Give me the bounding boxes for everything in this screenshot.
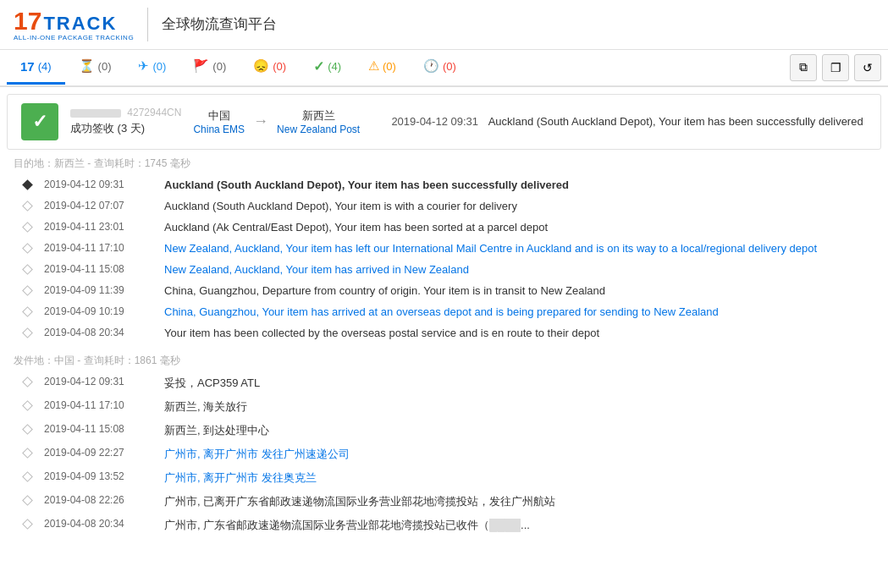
nav-tabs: 17 (4) ⏳ (0) ✈ (0) 🚩 (0) 😞 (0) ✓ (4) ⚠ (… xyxy=(0,50,888,87)
event-row-4: 2019-04-11 17:10 New Zealand, Auckland, … xyxy=(20,238,874,259)
sender-event-row-4: 2019-04-09 22:27 广州市, 离开广州市 发往广州速递公司 xyxy=(20,442,874,466)
tab-transit-count: (0) xyxy=(152,60,166,73)
sender-event-desc-7: 广州市, 广东省邮政速递物流国际业务营业部花地湾揽投站已收件（████... xyxy=(164,518,530,533)
tab-failed-icon: 😞 xyxy=(253,58,269,74)
event-desc-1: Auckland (South Auckland Depot), Your it… xyxy=(164,179,569,191)
tab-pending-icon: ⏳ xyxy=(79,58,95,74)
header: 17 TRACK ALL-IN-ONE PACKAGE TRACKING 全球物… xyxy=(0,0,888,50)
sender-event-icon-1 xyxy=(20,378,34,386)
status-badge: ✓ xyxy=(21,103,58,140)
action-refresh-btn[interactable]: ↺ xyxy=(854,54,881,81)
tab-all[interactable]: 17 (4) xyxy=(7,51,65,85)
action-copy-btn[interactable]: ⧉ xyxy=(790,54,817,81)
pkg-latest-msg: Auckland (South Auckland Depot), Your it… xyxy=(488,115,863,128)
pkg-origin-label: 中国 xyxy=(208,108,230,124)
pkg-dest-carrier: New Zealand Post xyxy=(277,124,360,135)
sender-event-time-6: 2019-04-08 22:26 xyxy=(44,494,154,506)
tab-pending-count: (0) xyxy=(98,60,112,73)
package-card: ✓ 4272944CN 成功签收 (3 天) 中国 China EMS → 新西… xyxy=(7,94,881,150)
logo-17: 17 xyxy=(14,7,41,35)
logo-box: 17 TRACK ALL-IN-ONE PACKAGE TRACKING xyxy=(14,7,134,42)
sender-event-time-7: 2019-04-08 20:34 xyxy=(44,518,154,530)
logo-area: 17 TRACK ALL-IN-ONE PACKAGE TRACKING xyxy=(14,7,134,42)
header-title: 全球物流查询平台 xyxy=(162,14,277,34)
tab-delivered-icon: ✓ xyxy=(313,58,324,74)
event-row-3: 2019-04-11 23:01 Auckland (Ak Central/Ea… xyxy=(20,217,874,238)
tab-all-count: (4) xyxy=(38,60,52,73)
action-view-btn[interactable]: ❐ xyxy=(822,54,849,81)
sender-event-time-5: 2019-04-09 13:52 xyxy=(44,470,154,482)
sender-event-desc-4: 广州市, 离开广州市 发往广州速递公司 xyxy=(164,447,350,462)
tab-exception[interactable]: 🚩 (0) xyxy=(179,50,240,85)
pkg-status-text: 成功签收 (3 天) xyxy=(70,121,181,136)
pkg-origin-carrier: China EMS xyxy=(193,124,245,135)
tab-all-icon: 17 xyxy=(20,59,35,74)
event-icon-3 xyxy=(20,223,34,231)
event-time-5: 2019-04-11 15:08 xyxy=(44,263,154,275)
logo-divider xyxy=(147,8,148,41)
dest-info-label: 目的地：新西兰 - 查询耗时：1745 毫秒 xyxy=(14,157,190,169)
event-icon-8 xyxy=(20,329,34,337)
nav-actions: ⧉ ❐ ↺ xyxy=(790,54,881,81)
event-time-8: 2019-04-08 20:34 xyxy=(44,327,154,338)
logo-track: TRACK xyxy=(43,14,117,34)
sender-event-time-3: 2019-04-11 15:08 xyxy=(44,423,154,435)
sender-event-icon-5 xyxy=(20,473,34,481)
event-desc-2: Auckland (South Auckland Depot), Your it… xyxy=(164,200,517,212)
sender-info: 发件地：中国 - 查询耗时：1861 毫秒 xyxy=(0,349,888,370)
event-time-6: 2019-04-09 11:39 xyxy=(44,284,154,296)
dest-events: 2019-04-12 09:31 Auckland (South Aucklan… xyxy=(0,173,888,349)
sender-event-icon-2 xyxy=(20,402,34,409)
tab-pending[interactable]: ⏳ (0) xyxy=(65,50,125,85)
event-desc-5: New Zealand, Auckland, Your item has arr… xyxy=(164,263,469,276)
pkg-dest-label: 新西兰 xyxy=(302,108,335,124)
event-row-5: 2019-04-11 15:08 New Zealand, Auckland, … xyxy=(20,259,874,280)
dest-info: 目的地：新西兰 - 查询耗时：1745 毫秒 xyxy=(0,153,888,173)
event-time-1: 2019-04-12 09:31 xyxy=(44,179,154,190)
sender-event-desc-1: 妥投，ACP359 ATL xyxy=(164,376,260,391)
event-icon-5 xyxy=(20,266,34,273)
event-desc-4: New Zealand, Auckland, Your item has lef… xyxy=(164,242,817,255)
sender-event-row-7: 2019-04-08 20:34 广州市, 广东省邮政速递物流国际业务营业部花地… xyxy=(20,514,874,537)
tab-exception-icon: 🚩 xyxy=(193,58,209,74)
sender-info-label: 发件地：中国 - 查询耗时：1861 毫秒 xyxy=(14,354,180,366)
tab-expired-count: (0) xyxy=(443,60,456,73)
event-row-8: 2019-04-08 20:34 Your item has been coll… xyxy=(20,322,874,343)
event-time-7: 2019-04-09 10:19 xyxy=(44,305,154,317)
pkg-latest-time: 2019-04-12 09:31 xyxy=(391,115,478,128)
event-row-7: 2019-04-09 10:19 China, Guangzhou, Your … xyxy=(20,301,874,322)
event-time-4: 2019-04-11 17:10 xyxy=(44,242,154,254)
event-desc-8: Your item has been collected by the over… xyxy=(164,327,599,339)
tab-transit[interactable]: ✈ (0) xyxy=(124,50,179,85)
event-icon-1 xyxy=(20,181,34,189)
tab-failed[interactable]: 😞 (0) xyxy=(240,50,300,85)
sender-event-row-5: 2019-04-09 13:52 广州市, 离开广州市 发往奥克兰 xyxy=(20,466,874,490)
event-row-6: 2019-04-09 11:39 China, Guangzhou, Depar… xyxy=(20,280,874,301)
tab-expired[interactable]: 🕐 (0) xyxy=(410,50,470,85)
tab-delivered[interactable]: ✓ (4) xyxy=(300,50,355,85)
sender-event-icon-7 xyxy=(20,520,34,528)
event-row-2: 2019-04-12 07:07 Auckland (South Aucklan… xyxy=(20,195,874,217)
sender-event-icon-4 xyxy=(20,449,34,457)
event-icon-7 xyxy=(20,308,34,316)
tab-exception-count: (0) xyxy=(212,60,226,73)
sender-event-desc-5: 广州市, 离开广州市 发往奥克兰 xyxy=(164,470,317,486)
route-arrow-icon: → xyxy=(253,113,268,130)
sender-event-row-1: 2019-04-12 09:31 妥投，ACP359 ATL xyxy=(20,371,874,395)
pkg-dest: 新西兰 New Zealand Post xyxy=(277,108,360,135)
tab-expired-icon: 🕐 xyxy=(423,58,439,74)
sender-event-row-6: 2019-04-08 22:26 广州市, 已离开广东省邮政速递物流国际业务营业… xyxy=(20,490,874,514)
tab-alert[interactable]: ⚠ (0) xyxy=(355,50,410,85)
event-icon-6 xyxy=(20,287,34,294)
logo-sub: ALL-IN-ONE PACKAGE TRACKING xyxy=(14,35,134,42)
tab-transit-icon: ✈ xyxy=(138,58,149,74)
pkg-origin: 中国 China EMS xyxy=(193,108,245,135)
event-time-2: 2019-04-12 07:07 xyxy=(44,200,154,212)
sender-event-time-1: 2019-04-12 09:31 xyxy=(44,376,154,387)
event-icon-4 xyxy=(20,245,34,252)
tab-alert-count: (0) xyxy=(383,60,396,73)
sender-event-desc-2: 新西兰, 海关放行 xyxy=(164,399,247,415)
event-time-3: 2019-04-11 23:01 xyxy=(44,221,154,233)
sender-event-row-3: 2019-04-11 15:08 新西兰, 到达处理中心 xyxy=(20,419,874,442)
sender-event-desc-6: 广州市, 已离开广东省邮政速递物流国际业务营业部花地湾揽投站，发往广州航站 xyxy=(164,494,555,509)
